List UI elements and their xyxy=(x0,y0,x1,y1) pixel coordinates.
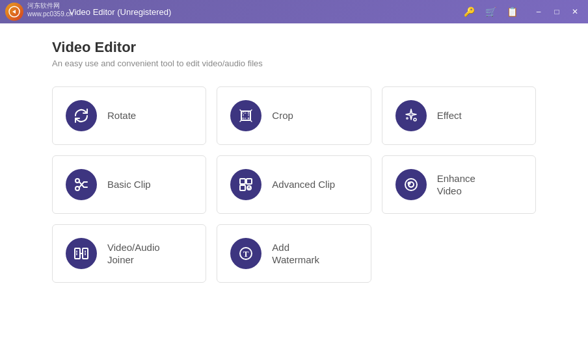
advanced-clip-label: Advanced Clip xyxy=(272,178,335,191)
effect-icon-circle xyxy=(395,100,427,131)
cart-icon[interactable]: 🛒 xyxy=(483,5,499,18)
basic-clip-icon-circle xyxy=(66,169,97,200)
key-icon[interactable]: 🔑 xyxy=(461,5,477,18)
title-bar: 河东软件网 www.pc0359.cn Video Editor (Unregi… xyxy=(0,0,588,23)
svg-rect-1 xyxy=(241,111,250,120)
info-icon[interactable]: 📋 xyxy=(504,5,520,18)
effect-label: Effect xyxy=(437,109,462,122)
crop-icon-circle xyxy=(230,100,261,131)
add-watermark-label: Add Watermark xyxy=(272,241,319,266)
advanced-clip-icon-circle xyxy=(230,169,261,200)
restore-button[interactable]: □ xyxy=(549,5,565,18)
joiner-icon-circle xyxy=(66,238,97,269)
tool-card-rotate[interactable]: Rotate xyxy=(52,86,206,145)
close-button[interactable]: ✕ xyxy=(567,5,583,18)
main-content: Video Editor An easy use and convenient … xyxy=(0,23,588,364)
page-title: Video Editor xyxy=(52,39,536,56)
watermark-text: 河东软件网 www.pc0359.cn xyxy=(27,1,73,18)
tool-card-crop[interactable]: Crop xyxy=(217,86,371,145)
svg-point-2 xyxy=(414,118,416,121)
svg-rect-6 xyxy=(240,179,245,184)
tools-grid: Rotate Crop Effect xyxy=(52,86,536,283)
tool-card-effect[interactable]: Effect xyxy=(382,86,536,145)
basic-clip-label: Basic Clip xyxy=(107,178,151,191)
svg-rect-7 xyxy=(247,179,252,184)
tool-card-video-audio-joiner[interactable]: Video/Audio Joiner xyxy=(52,224,206,283)
svg-rect-13 xyxy=(75,248,80,259)
rotate-icon-circle xyxy=(66,100,97,131)
svg-text:T: T xyxy=(243,249,249,259)
svg-point-10 xyxy=(405,179,417,190)
rotate-label: Rotate xyxy=(107,109,136,122)
window-controls: – □ ✕ xyxy=(531,5,583,18)
svg-point-12 xyxy=(408,183,410,185)
tool-card-advanced-clip[interactable]: Advanced Clip xyxy=(217,155,371,214)
minimize-button[interactable]: – xyxy=(531,5,546,18)
app-logo xyxy=(5,3,23,21)
enhance-video-icon-circle xyxy=(395,169,427,200)
tool-card-add-watermark[interactable]: T Add Watermark xyxy=(217,224,371,283)
video-audio-joiner-label: Video/Audio Joiner xyxy=(107,241,160,266)
enhance-video-label: Enhance Video xyxy=(437,172,475,198)
title-bar-left: 河东软件网 www.pc0359.cn Video Editor (Unregi… xyxy=(5,3,171,21)
tool-card-enhance-video[interactable]: Enhance Video xyxy=(382,155,536,214)
watermark-icon-circle: T xyxy=(230,238,261,269)
title-bar-controls: 🔑 🛒 📋 – □ ✕ xyxy=(461,5,583,18)
svg-rect-8 xyxy=(240,185,245,190)
svg-point-3 xyxy=(406,118,407,119)
page-subtitle: An easy use and convenient tool to edit … xyxy=(52,58,536,68)
title-bar-title: Video Editor (Unregistered) xyxy=(69,7,171,17)
tool-card-basic-clip[interactable]: Basic Clip xyxy=(52,155,206,214)
crop-label: Crop xyxy=(272,109,293,122)
